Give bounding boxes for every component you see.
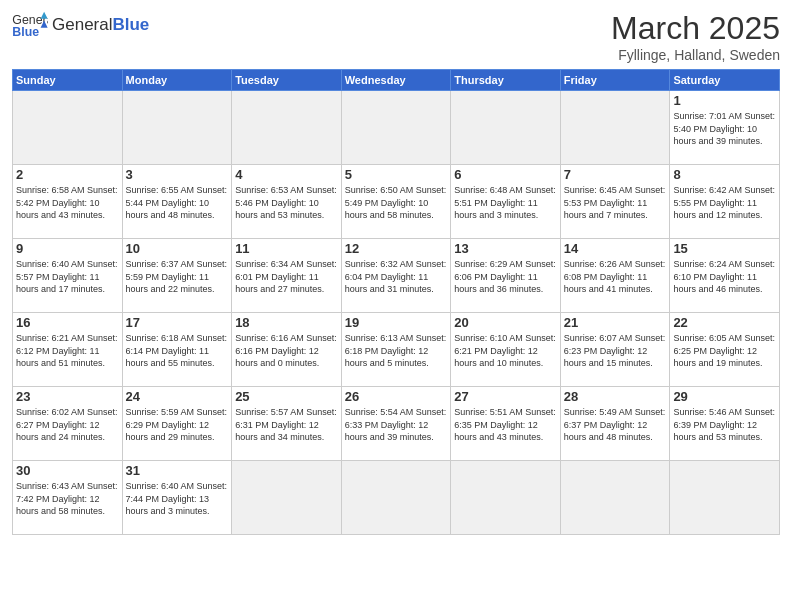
calendar-day-cell bbox=[232, 91, 342, 165]
day-info: Sunrise: 6:42 AM Sunset: 5:55 PM Dayligh… bbox=[673, 184, 776, 222]
day-info: Sunrise: 6:37 AM Sunset: 5:59 PM Dayligh… bbox=[126, 258, 229, 296]
day-info: Sunrise: 6:18 AM Sunset: 6:14 PM Dayligh… bbox=[126, 332, 229, 370]
day-info: Sunrise: 5:54 AM Sunset: 6:33 PM Dayligh… bbox=[345, 406, 448, 444]
day-of-week-header: Thursday bbox=[451, 70, 561, 91]
day-of-week-header: Wednesday bbox=[341, 70, 451, 91]
calendar-day-cell: 11Sunrise: 6:34 AM Sunset: 6:01 PM Dayli… bbox=[232, 239, 342, 313]
day-number: 29 bbox=[673, 389, 776, 404]
day-number: 2 bbox=[16, 167, 119, 182]
day-number: 23 bbox=[16, 389, 119, 404]
calendar-day-cell bbox=[122, 91, 232, 165]
day-number: 31 bbox=[126, 463, 229, 478]
day-info: Sunrise: 6:34 AM Sunset: 6:01 PM Dayligh… bbox=[235, 258, 338, 296]
day-number: 13 bbox=[454, 241, 557, 256]
calendar-day-cell: 9Sunrise: 6:40 AM Sunset: 5:57 PM Daylig… bbox=[13, 239, 123, 313]
calendar-day-cell: 4Sunrise: 6:53 AM Sunset: 5:46 PM Daylig… bbox=[232, 165, 342, 239]
day-info: Sunrise: 5:49 AM Sunset: 6:37 PM Dayligh… bbox=[564, 406, 667, 444]
day-number: 7 bbox=[564, 167, 667, 182]
month-title: March 2025 bbox=[611, 10, 780, 47]
calendar-week-row: 23Sunrise: 6:02 AM Sunset: 6:27 PM Dayli… bbox=[13, 387, 780, 461]
day-info: Sunrise: 6:24 AM Sunset: 6:10 PM Dayligh… bbox=[673, 258, 776, 296]
day-info: Sunrise: 5:51 AM Sunset: 6:35 PM Dayligh… bbox=[454, 406, 557, 444]
day-number: 12 bbox=[345, 241, 448, 256]
calendar-day-cell: 20Sunrise: 6:10 AM Sunset: 6:21 PM Dayli… bbox=[451, 313, 561, 387]
calendar-day-cell: 28Sunrise: 5:49 AM Sunset: 6:37 PM Dayli… bbox=[560, 387, 670, 461]
day-number: 20 bbox=[454, 315, 557, 330]
day-of-week-header: Monday bbox=[122, 70, 232, 91]
calendar-day-cell: 17Sunrise: 6:18 AM Sunset: 6:14 PM Dayli… bbox=[122, 313, 232, 387]
calendar-day-cell: 1Sunrise: 7:01 AM Sunset: 5:40 PM Daylig… bbox=[670, 91, 780, 165]
calendar-day-cell: 3Sunrise: 6:55 AM Sunset: 5:44 PM Daylig… bbox=[122, 165, 232, 239]
header: General Blue GeneralBlue March 2025 Fyll… bbox=[12, 10, 780, 63]
day-of-week-header: Sunday bbox=[13, 70, 123, 91]
header-row: SundayMondayTuesdayWednesdayThursdayFrid… bbox=[13, 70, 780, 91]
calendar-day-cell bbox=[451, 461, 561, 535]
day-number: 27 bbox=[454, 389, 557, 404]
logo: General Blue GeneralBlue bbox=[12, 10, 149, 40]
day-number: 9 bbox=[16, 241, 119, 256]
calendar-body: 1Sunrise: 7:01 AM Sunset: 5:40 PM Daylig… bbox=[13, 91, 780, 535]
calendar-day-cell bbox=[451, 91, 561, 165]
calendar-day-cell: 31Sunrise: 6:40 AM Sunset: 7:44 PM Dayli… bbox=[122, 461, 232, 535]
calendar-day-cell: 12Sunrise: 6:32 AM Sunset: 6:04 PM Dayli… bbox=[341, 239, 451, 313]
day-number: 19 bbox=[345, 315, 448, 330]
calendar-day-cell: 23Sunrise: 6:02 AM Sunset: 6:27 PM Dayli… bbox=[13, 387, 123, 461]
calendar-week-row: 30Sunrise: 6:43 AM Sunset: 7:42 PM Dayli… bbox=[13, 461, 780, 535]
calendar-day-cell: 8Sunrise: 6:42 AM Sunset: 5:55 PM Daylig… bbox=[670, 165, 780, 239]
calendar-day-cell: 25Sunrise: 5:57 AM Sunset: 6:31 PM Dayli… bbox=[232, 387, 342, 461]
calendar-day-cell: 21Sunrise: 6:07 AM Sunset: 6:23 PM Dayli… bbox=[560, 313, 670, 387]
calendar-day-cell: 15Sunrise: 6:24 AM Sunset: 6:10 PM Dayli… bbox=[670, 239, 780, 313]
day-info: Sunrise: 6:07 AM Sunset: 6:23 PM Dayligh… bbox=[564, 332, 667, 370]
day-info: Sunrise: 6:16 AM Sunset: 6:16 PM Dayligh… bbox=[235, 332, 338, 370]
calendar-day-cell: 29Sunrise: 5:46 AM Sunset: 6:39 PM Dayli… bbox=[670, 387, 780, 461]
calendar-day-cell: 30Sunrise: 6:43 AM Sunset: 7:42 PM Dayli… bbox=[13, 461, 123, 535]
day-info: Sunrise: 7:01 AM Sunset: 5:40 PM Dayligh… bbox=[673, 110, 776, 148]
calendar-day-cell bbox=[13, 91, 123, 165]
day-of-week-header: Tuesday bbox=[232, 70, 342, 91]
day-info: Sunrise: 6:32 AM Sunset: 6:04 PM Dayligh… bbox=[345, 258, 448, 296]
day-info: Sunrise: 5:46 AM Sunset: 6:39 PM Dayligh… bbox=[673, 406, 776, 444]
calendar-day-cell: 10Sunrise: 6:37 AM Sunset: 5:59 PM Dayli… bbox=[122, 239, 232, 313]
calendar-day-cell: 22Sunrise: 6:05 AM Sunset: 6:25 PM Dayli… bbox=[670, 313, 780, 387]
calendar-week-row: 9Sunrise: 6:40 AM Sunset: 5:57 PM Daylig… bbox=[13, 239, 780, 313]
day-info: Sunrise: 6:45 AM Sunset: 5:53 PM Dayligh… bbox=[564, 184, 667, 222]
day-number: 15 bbox=[673, 241, 776, 256]
calendar-week-row: 2Sunrise: 6:58 AM Sunset: 5:42 PM Daylig… bbox=[13, 165, 780, 239]
logo-text: GeneralBlue bbox=[52, 16, 149, 35]
calendar-day-cell bbox=[670, 461, 780, 535]
day-number: 25 bbox=[235, 389, 338, 404]
calendar-day-cell: 27Sunrise: 5:51 AM Sunset: 6:35 PM Dayli… bbox=[451, 387, 561, 461]
day-number: 16 bbox=[16, 315, 119, 330]
day-number: 11 bbox=[235, 241, 338, 256]
day-number: 17 bbox=[126, 315, 229, 330]
calendar-day-cell bbox=[560, 461, 670, 535]
calendar-day-cell: 5Sunrise: 6:50 AM Sunset: 5:49 PM Daylig… bbox=[341, 165, 451, 239]
day-info: Sunrise: 6:55 AM Sunset: 5:44 PM Dayligh… bbox=[126, 184, 229, 222]
day-number: 22 bbox=[673, 315, 776, 330]
calendar-day-cell: 14Sunrise: 6:26 AM Sunset: 6:08 PM Dayli… bbox=[560, 239, 670, 313]
day-info: Sunrise: 6:53 AM Sunset: 5:46 PM Dayligh… bbox=[235, 184, 338, 222]
day-info: Sunrise: 6:05 AM Sunset: 6:25 PM Dayligh… bbox=[673, 332, 776, 370]
day-number: 30 bbox=[16, 463, 119, 478]
svg-text:Blue: Blue bbox=[12, 25, 39, 39]
day-number: 6 bbox=[454, 167, 557, 182]
calendar-table: SundayMondayTuesdayWednesdayThursdayFrid… bbox=[12, 69, 780, 535]
calendar-day-cell bbox=[560, 91, 670, 165]
day-info: Sunrise: 6:50 AM Sunset: 5:49 PM Dayligh… bbox=[345, 184, 448, 222]
page-container: General Blue GeneralBlue March 2025 Fyll… bbox=[0, 0, 792, 543]
day-info: Sunrise: 6:13 AM Sunset: 6:18 PM Dayligh… bbox=[345, 332, 448, 370]
location: Fyllinge, Halland, Sweden bbox=[611, 47, 780, 63]
day-number: 8 bbox=[673, 167, 776, 182]
calendar-day-cell bbox=[232, 461, 342, 535]
calendar-day-cell: 18Sunrise: 6:16 AM Sunset: 6:16 PM Dayli… bbox=[232, 313, 342, 387]
day-of-week-header: Friday bbox=[560, 70, 670, 91]
day-number: 3 bbox=[126, 167, 229, 182]
day-info: Sunrise: 6:43 AM Sunset: 7:42 PM Dayligh… bbox=[16, 480, 119, 518]
day-number: 1 bbox=[673, 93, 776, 108]
calendar-day-cell: 19Sunrise: 6:13 AM Sunset: 6:18 PM Dayli… bbox=[341, 313, 451, 387]
calendar-day-cell: 2Sunrise: 6:58 AM Sunset: 5:42 PM Daylig… bbox=[13, 165, 123, 239]
day-info: Sunrise: 6:48 AM Sunset: 5:51 PM Dayligh… bbox=[454, 184, 557, 222]
day-number: 18 bbox=[235, 315, 338, 330]
day-info: Sunrise: 6:29 AM Sunset: 6:06 PM Dayligh… bbox=[454, 258, 557, 296]
day-info: Sunrise: 5:57 AM Sunset: 6:31 PM Dayligh… bbox=[235, 406, 338, 444]
